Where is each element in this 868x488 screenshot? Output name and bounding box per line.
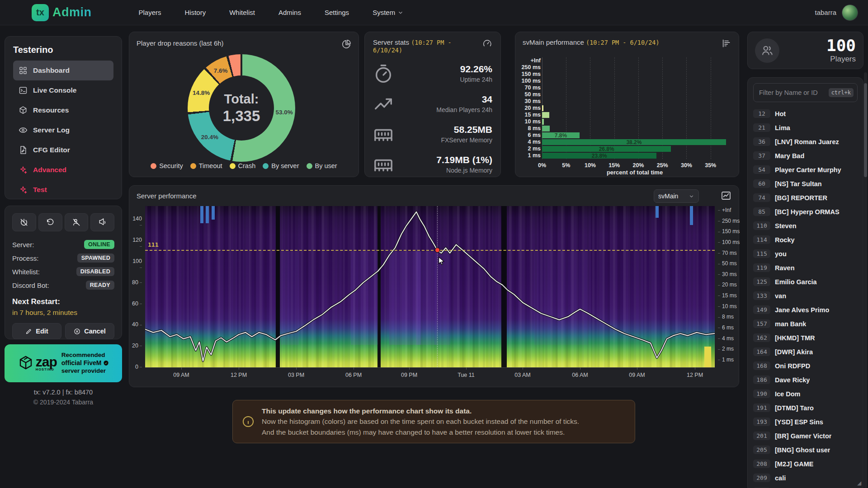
sidebar-item-server-log[interactable]: Server Log: [13, 120, 113, 140]
player-row[interactable]: 60[NS] Tar Sultan: [753, 177, 858, 191]
player-row[interactable]: 37Mary Bad: [753, 149, 858, 163]
player-id-badge: 119: [753, 263, 770, 272]
user-avatar[interactable]: [842, 5, 858, 21]
player-row[interactable]: 85[BC] Hyperp ORMAS: [753, 205, 858, 219]
player-row[interactable]: 208[M2J] GAME: [753, 457, 858, 471]
stats-rows: 92.26%Uptime 24h34Median Players 24h58.2…: [373, 58, 492, 179]
player-row[interactable]: 201[BR] Gamer Victor: [753, 429, 858, 443]
player-name: Mary Bad: [775, 152, 804, 160]
restart-server-button[interactable]: [38, 213, 62, 231]
right-axis-tick: 4 ms: [718, 335, 734, 342]
player-row[interactable]: 193[YSD] ESP Sins: [753, 415, 858, 429]
announce-button[interactable]: [90, 213, 114, 231]
player-id-badge: 209: [753, 474, 770, 482]
line-chart-icon[interactable]: [721, 190, 731, 201]
time-axis-tickmark: [239, 367, 239, 370]
player-row[interactable]: 74[BG] REPORTER: [753, 191, 858, 205]
time-axis-tick: 09 AM: [629, 372, 645, 378]
sidebar-item-label: Advanced: [33, 166, 66, 174]
legend-item-by-server[interactable]: By server: [263, 162, 299, 169]
time-axis-tick: 03 AM: [514, 372, 530, 378]
player-row[interactable]: 110Steven: [753, 219, 858, 233]
sidebar-item-dashboard[interactable]: Dashboard: [13, 61, 113, 80]
histogram-plot: 7.8%38.2%26.8%23.8%: [542, 57, 727, 159]
nav-item-admins[interactable]: Admins: [278, 9, 301, 16]
player-row[interactable]: 149Jane Alves Primo: [753, 303, 858, 317]
player-row[interactable]: 115you: [753, 247, 858, 261]
update-notice: This update changes how the performance …: [232, 400, 635, 443]
player-row[interactable]: 114Rocky: [753, 233, 858, 247]
nav-item-whitelist[interactable]: Whitelist: [229, 9, 255, 16]
status-row-whitelist: Whitelist:DISABLED: [12, 265, 114, 278]
player-row[interactable]: 21Lima: [753, 121, 858, 135]
player-row[interactable]: 119Raven: [753, 261, 858, 275]
player-row[interactable]: 164[DWR] Akira: [753, 345, 858, 359]
sidebar-item-label: Live Console: [33, 86, 76, 94]
status-badge: READY: [86, 281, 114, 290]
sidebar-item-resources[interactable]: Resources: [13, 100, 113, 120]
top-nav: tx Admin PlayersHistoryWhitelistAdminsSe…: [0, 0, 868, 25]
user-menu[interactable]: tabarra: [815, 5, 858, 21]
player-row[interactable]: 205[BNG] Ghost user: [753, 443, 858, 457]
donut-total-value: 1,335: [223, 108, 260, 125]
time-axis-tick: 06 AM: [572, 372, 588, 378]
player-row[interactable]: 133van: [753, 289, 858, 303]
cancel-restart-button[interactable]: Cancel: [65, 323, 114, 339]
player-row[interactable]: 125Emilio Garcia: [753, 275, 858, 289]
zap-line2: official FiveM: [61, 359, 102, 366]
sidebar-item-advanced[interactable]: Advanced: [13, 160, 113, 180]
thread-select[interactable]: svMain: [654, 189, 699, 203]
crosshair-line: [437, 206, 438, 367]
hist-row: [542, 125, 727, 132]
right-axis-tick: 30 ms: [718, 271, 737, 277]
nav-item-settings[interactable]: Settings: [325, 9, 349, 16]
nav-item-history[interactable]: History: [185, 9, 206, 16]
hist-bar-value: 38.2%: [542, 139, 726, 145]
zap-hosting-banner[interactable]: zap HOSTING Recommended official FiveM s…: [5, 344, 122, 382]
player-row[interactable]: 190Ice Dom: [753, 387, 858, 401]
sidebar-item-test[interactable]: Test: [13, 180, 113, 200]
server-name: Testerino: [13, 45, 113, 55]
nav-item-players[interactable]: Players: [139, 9, 161, 16]
player-name: Hot: [775, 110, 786, 117]
stop-server-button[interactable]: [12, 213, 36, 231]
legend-dot: [230, 163, 236, 169]
player-row[interactable]: 157man Bank: [753, 317, 858, 331]
hist-bar: 23.8%: [542, 153, 656, 159]
gauge-icon: [482, 38, 492, 48]
hist-bar: [542, 105, 543, 111]
hist-xtick-label: 5%: [562, 162, 570, 169]
sparkle-icon: [19, 165, 28, 174]
player-row[interactable]: 168Oni RDFPD: [753, 359, 858, 373]
player-row[interactable]: 191[DTMD] Taro: [753, 401, 858, 415]
player-row[interactable]: 36[LNV] Roman Juarez: [753, 135, 858, 149]
player-name: [BNG] Ghost user: [775, 446, 830, 454]
sidebar-item-live-console[interactable]: Live Console: [13, 80, 113, 100]
player-row[interactable]: 162[HKMD] TMR: [753, 331, 858, 345]
scrollbar-thumb[interactable]: [864, 83, 867, 177]
legend-item-crash[interactable]: Crash: [230, 162, 256, 169]
txadmin-logo[interactable]: tx Admin: [32, 4, 92, 21]
legend-item-timeout[interactable]: Timeout: [190, 162, 222, 169]
player-name: [BC] Hyperp ORMAS: [775, 208, 840, 216]
nav-menu: PlayersHistoryWhitelistAdminsSettingsSys…: [139, 9, 404, 16]
kick-all-button[interactable]: [65, 213, 89, 231]
player-id-badge: 114: [753, 235, 770, 244]
player-filter-input[interactable]: [758, 89, 829, 97]
nav-item-system[interactable]: System: [373, 9, 404, 16]
player-row[interactable]: 209cali: [753, 471, 858, 485]
legend-item-by-user[interactable]: By user: [307, 162, 337, 169]
legend-dot: [307, 163, 312, 169]
edit-restart-button[interactable]: Edit: [12, 323, 61, 339]
sidebar-item-cfg-editor[interactable]: CFG Editor: [13, 140, 113, 160]
player-row[interactable]: 186Dave Ricky: [753, 373, 858, 387]
player-row[interactable]: 216N: [753, 485, 858, 488]
right-axis-tick: 6 ms: [718, 324, 734, 331]
performance-plot[interactable]: 111: [145, 206, 715, 368]
time-axis-tick: 09 PM: [401, 372, 417, 378]
player-row[interactable]: 12Hot: [753, 107, 858, 121]
memory-icon: [373, 124, 394, 145]
legend-item-security[interactable]: Security: [151, 162, 183, 169]
player-row[interactable]: 54Player Carter Murphy: [753, 163, 858, 177]
hist-xtick-label: 20%: [632, 162, 644, 169]
